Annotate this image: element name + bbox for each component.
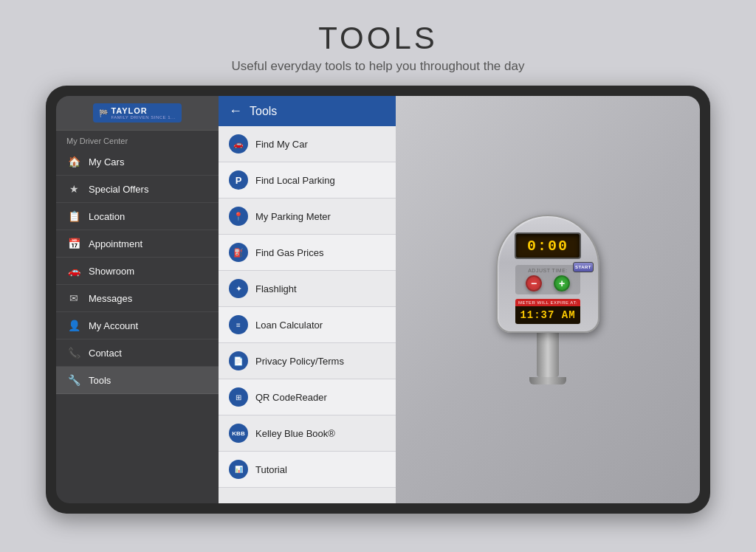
- logo-text: TAYLOR FAMILY DRIVEN SINCE 1...: [111, 106, 175, 120]
- meter-minus-button[interactable]: −: [526, 275, 542, 291]
- my-cars-icon: 🏠: [66, 156, 81, 168]
- tool-label-find-local-parking: Find Local Parking: [255, 175, 335, 186]
- sidebar-item-messages[interactable]: ✉ Messages: [56, 285, 219, 312]
- sidebar-label-location: Location: [89, 211, 125, 222]
- tools-header-title: Tools: [250, 105, 277, 118]
- sidebar-label-showroom: Showroom: [89, 266, 134, 277]
- tool-label-kbb: Kelley Blue Book®: [255, 428, 335, 439]
- tool-label-gas-prices: Find Gas Prices: [255, 247, 323, 258]
- loan-calc-icon: ≡: [229, 315, 248, 334]
- sidebar-label-contact: Contact: [89, 348, 122, 359]
- find-local-parking-icon: P: [229, 170, 248, 190]
- meter-expire-label: METER WILL EXPIRE AT:: [515, 299, 580, 306]
- sidebar-item-my-account[interactable]: 👤 My Account: [56, 312, 219, 339]
- messages-icon: ✉: [66, 292, 81, 304]
- privacy-icon: 📄: [229, 351, 248, 370]
- qr-reader-icon: ⊞: [229, 387, 248, 407]
- meter-adjust-section: ADJUST TIME: − +: [515, 265, 580, 294]
- page-title: TOOLS: [232, 21, 525, 56]
- meter-time-display: 0:00: [527, 238, 568, 255]
- tutorial-icon: 📊: [229, 460, 248, 479]
- sidebar-label-my-cars: My Cars: [89, 156, 124, 168]
- meter-expire-time-box: 11:37 AM: [515, 306, 580, 324]
- sidebar-item-contact[interactable]: 📞 Contact: [56, 339, 219, 367]
- meter-adjust-buttons: − +: [520, 275, 576, 291]
- tool-parking-meter[interactable]: 📍 My Parking Meter: [219, 199, 396, 235]
- back-button[interactable]: ←: [229, 103, 242, 119]
- gas-prices-icon: ⛽: [229, 243, 248, 262]
- logo-flag-icon: 🏁: [99, 109, 108, 117]
- tool-qr-reader[interactable]: ⊞ QR CodeReader: [219, 379, 396, 415]
- meter-expire-time: 11:37 AM: [520, 309, 575, 321]
- tool-loan-calc[interactable]: ≡ Loan Calculator: [219, 307, 396, 343]
- sidebar-item-location[interactable]: 📋 Location: [56, 203, 219, 230]
- sidebar-item-tools[interactable]: 🔧 Tools: [56, 367, 219, 394]
- tool-find-local-parking[interactable]: P Find Local Parking: [219, 162, 396, 199]
- special-offers-icon: ★: [66, 183, 81, 195]
- tools-header: ← Tools: [219, 96, 396, 126]
- sidebar-item-special-offers[interactable]: ★ Special Offers: [56, 176, 219, 203]
- sidebar-logo: 🏁 TAYLOR FAMILY DRIVEN SINCE 1...: [56, 96, 219, 131]
- content-area: 0:00 START ADJUST TIME: − + METER WILL E…: [396, 96, 700, 503]
- sidebar-item-appointment[interactable]: 📅 Appointment: [56, 230, 219, 258]
- sidebar: 🏁 TAYLOR FAMILY DRIVEN SINCE 1... My Dri…: [56, 96, 219, 503]
- tablet-frame: 🏁 TAYLOR FAMILY DRIVEN SINCE 1... My Dri…: [46, 86, 710, 514]
- contact-icon: 📞: [66, 347, 81, 359]
- tool-label-parking-meter: My Parking Meter: [255, 211, 331, 222]
- meter-head: 0:00 START ADJUST TIME: − + METER WILL E…: [496, 215, 599, 333]
- tool-label-qr-reader: QR CodeReader: [255, 392, 327, 403]
- find-my-car-icon: 🚗: [229, 134, 248, 153]
- tablet-screen: 🏁 TAYLOR FAMILY DRIVEN SINCE 1... My Dri…: [56, 96, 700, 503]
- sidebar-label-appointment: Appointment: [89, 238, 142, 249]
- my-account-icon: 👤: [66, 320, 81, 331]
- tools-list: 🚗 Find My Car P Find Local Parking 📍 My …: [219, 126, 396, 503]
- parking-meter-visual: 0:00 START ADJUST TIME: − + METER WILL E…: [496, 215, 599, 384]
- meter-display: 0:00: [515, 232, 581, 259]
- page-subtitle: Useful everyday tools to help you throug…: [232, 59, 525, 74]
- tool-gas-prices[interactable]: ⛽ Find Gas Prices: [219, 235, 396, 271]
- tool-label-privacy: Privacy Policy/Terms: [255, 356, 344, 367]
- tool-flashlight[interactable]: ✦ Flashlight: [219, 271, 396, 307]
- tool-privacy[interactable]: 📄 Privacy Policy/Terms: [219, 343, 396, 379]
- tool-label-flashlight: Flashlight: [255, 283, 297, 294]
- page-header: TOOLS Useful everyday tools to help you …: [232, 0, 525, 86]
- tool-tutorial[interactable]: 📊 Tutorial: [219, 452, 396, 488]
- tool-label-find-my-car: Find My Car: [255, 139, 308, 150]
- appointment-icon: 📅: [66, 238, 81, 249]
- tools-icon: 🔧: [66, 374, 81, 386]
- meter-pole: [537, 333, 559, 377]
- sidebar-label-my-account: My Account: [89, 320, 138, 331]
- sidebar-item-showroom[interactable]: 🚗 Showroom: [56, 258, 219, 285]
- meter-expire-section: METER WILL EXPIRE AT: 11:37 AM: [515, 299, 580, 324]
- meter-base: [529, 377, 566, 384]
- tool-kbb[interactable]: KBB Kelley Blue Book®: [219, 415, 396, 452]
- logo-sub-text: FAMILY DRIVEN SINCE 1...: [111, 115, 175, 120]
- meter-adjust-label: ADJUST TIME:: [520, 268, 576, 273]
- showroom-icon: 🚗: [66, 265, 81, 277]
- tool-label-tutorial: Tutorial: [255, 464, 287, 475]
- logo-box: 🏁 TAYLOR FAMILY DRIVEN SINCE 1...: [93, 103, 181, 123]
- sidebar-label-special-offers: Special Offers: [89, 184, 148, 195]
- flashlight-icon: ✦: [229, 279, 248, 298]
- meter-plus-button[interactable]: +: [554, 275, 570, 291]
- logo-main-text: TAYLOR: [111, 106, 175, 115]
- meter-start-button[interactable]: START: [573, 262, 594, 272]
- location-icon: 📋: [66, 210, 81, 222]
- kbb-icon: KBB: [229, 424, 248, 443]
- tools-panel: ← Tools 🚗 Find My Car P Find Local Parki…: [219, 96, 396, 503]
- sidebar-label-messages: Messages: [89, 293, 132, 304]
- tool-find-my-car[interactable]: 🚗 Find My Car: [219, 126, 396, 162]
- sidebar-label-tools: Tools: [89, 375, 111, 386]
- parking-meter-icon: 📍: [229, 207, 248, 226]
- sidebar-section-title: My Driver Center: [56, 131, 219, 148]
- sidebar-item-my-cars[interactable]: 🏠 My Cars: [56, 148, 219, 176]
- tool-label-loan-calc: Loan Calculator: [255, 320, 323, 331]
